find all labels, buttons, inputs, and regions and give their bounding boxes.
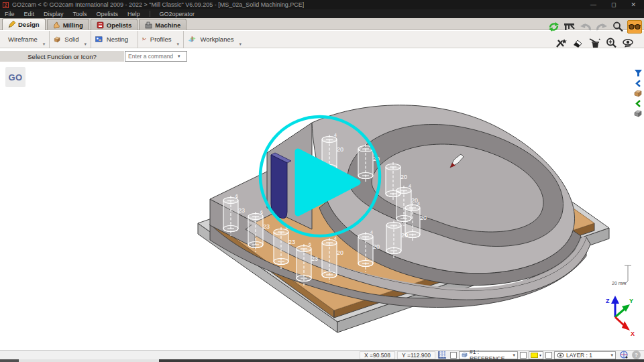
previous-solid-button[interactable] — [633, 78, 643, 88]
tab-machine[interactable]: Machine — [139, 19, 186, 30]
color-dropdown-icon[interactable]: ▾ — [539, 353, 541, 357]
svg-text:20: 20 — [337, 249, 343, 256]
maximize-button[interactable]: ◻ — [611, 0, 616, 9]
view-rotate-button[interactable] — [621, 37, 635, 49]
workplanes-dropdown[interactable]: ▾ — [239, 42, 241, 48]
menu-go2operator[interactable]: GO2operator — [160, 11, 195, 17]
tab-design[interactable]: Design — [2, 18, 46, 30]
viewport[interactable]: GO — [0, 63, 644, 350]
layer-checkbox[interactable] — [545, 352, 552, 359]
zoom-extents-button[interactable] — [604, 37, 618, 49]
toolbar-solid[interactable]: Solid ▾ — [50, 31, 91, 48]
zoom-button[interactable] — [611, 21, 625, 33]
gray-solid-button[interactable] — [633, 109, 643, 118]
svg-text:6: 6 — [235, 194, 238, 198]
grid-toggle-button[interactable] — [437, 351, 448, 359]
svg-text:23: 23 — [238, 207, 245, 214]
erase-button[interactable] — [571, 37, 584, 49]
svg-text:20 mm: 20 mm — [612, 281, 627, 286]
redo-button[interactable] — [595, 21, 608, 33]
command-dropdown-icon[interactable]: ▾ — [178, 54, 180, 59]
menu-opelists[interactable]: Opelists — [97, 11, 119, 17]
statusbar: X =90.508 Y =112.900 #1 : REFERENCE ▾ ▾ … — [0, 350, 644, 359]
trash-wand-icon — [589, 38, 600, 48]
minimize-button[interactable]: — — [590, 0, 596, 9]
svg-text:6: 6 — [309, 242, 311, 247]
toolbar-profiles[interactable]: Profiles ▾ — [138, 31, 184, 48]
measure-button[interactable] — [563, 21, 576, 33]
menu-display[interactable]: Display — [44, 11, 64, 17]
tab-opelists[interactable]: Opelists — [91, 19, 138, 30]
magnifier-icon — [612, 21, 623, 32]
menu-help[interactable]: Help — [127, 11, 140, 17]
eye-rotate-icon — [622, 38, 634, 48]
x-coordinate: X =90.508 — [360, 351, 395, 359]
caliper-icon — [564, 22, 576, 32]
reference-cube-icon — [462, 352, 468, 358]
svg-text:Y: Y — [629, 298, 633, 304]
undo-icon — [580, 22, 591, 32]
menu-edit[interactable]: Edit — [24, 11, 35, 17]
profiles-dropdown[interactable]: ▾ — [176, 42, 179, 48]
help-button[interactable]: ? — [632, 351, 641, 359]
app-window: 2 GO2cam < © GO2cam International 2009 -… — [0, 0, 644, 362]
view-toolbar-row1 — [547, 20, 642, 34]
reference-checkbox[interactable] — [450, 352, 457, 359]
scale-indicator: 20 mm — [612, 265, 631, 286]
opelists-tab-icon — [97, 21, 104, 29]
chevron-left-green-icon — [635, 100, 642, 107]
svg-text:23: 23 — [288, 239, 295, 245]
y-coordinate: Y =112.900 — [397, 351, 435, 359]
shaded-view-button[interactable] — [627, 20, 642, 34]
svg-text:X: X — [631, 330, 635, 337]
svg-text:4: 4 — [334, 133, 337, 137]
delete-elements-button[interactable] — [554, 37, 568, 49]
machine-tab-icon — [145, 21, 152, 29]
svg-text:4: 4 — [370, 230, 373, 235]
toolbar-nesting[interactable]: Nesting — [91, 31, 138, 48]
viewport-canvas[interactable]: 4 20 20 20 — [0, 63, 644, 350]
command-input[interactable] — [125, 53, 178, 60]
solid-display-button[interactable] — [633, 88, 643, 98]
tab-milling[interactable]: Milling — [47, 19, 89, 30]
toolbar-workplanes[interactable]: Workplanes ▾ — [184, 31, 246, 48]
glasses-icon — [629, 23, 641, 31]
wireframe-dropdown[interactable]: ▾ — [43, 42, 46, 48]
milling-tab-icon — [53, 21, 60, 29]
color-checkbox[interactable] — [520, 352, 527, 359]
svg-text:4: 4 — [417, 201, 420, 206]
app-icon: 2 — [3, 2, 9, 8]
svg-text:Z: Z — [606, 298, 610, 304]
solid-dropdown[interactable]: ▾ — [84, 42, 87, 48]
svg-text:20: 20 — [400, 174, 407, 180]
reference-select[interactable]: #1 : REFERENCE ▾ — [459, 351, 518, 359]
solid-box-icon — [633, 89, 643, 97]
svg-text:23: 23 — [311, 255, 318, 262]
color-picker[interactable]: ▾ — [529, 351, 543, 359]
undo-button[interactable] — [579, 21, 592, 33]
close-button[interactable]: ✕ — [631, 0, 636, 9]
broken-tools-icon — [555, 38, 567, 48]
command-combobox[interactable]: ▾ — [125, 51, 187, 62]
refresh-button[interactable] — [547, 21, 560, 33]
reference-dropdown-icon[interactable]: ▾ — [513, 353, 515, 358]
layer-dropdown-icon[interactable]: ▾ — [610, 353, 613, 358]
menu-file[interactable]: File — [5, 11, 15, 17]
clean-geometry-button[interactable] — [588, 37, 601, 49]
svg-text:20: 20 — [401, 232, 408, 239]
svg-text:4: 4 — [334, 236, 337, 241]
filter-icon — [634, 69, 643, 77]
filter-button[interactable] — [633, 68, 643, 78]
svg-text:23: 23 — [263, 223, 270, 230]
redo-icon — [596, 22, 607, 32]
previous-step-button[interactable] — [633, 99, 643, 108]
svg-text:6: 6 — [260, 210, 263, 215]
menu-tools[interactable]: Tools — [73, 11, 87, 17]
layer-select[interactable]: LAYER : 1 ▾ — [554, 351, 616, 359]
axes-triad: Z Y X — [606, 296, 635, 337]
svg-text:20: 20 — [337, 146, 343, 153]
nesting-icon — [95, 34, 103, 44]
gray-box-icon — [633, 109, 643, 117]
toolbar-wireframe[interactable]: Wireframe ▾ — [0, 31, 50, 48]
view-orientation-button[interactable] — [618, 351, 630, 359]
